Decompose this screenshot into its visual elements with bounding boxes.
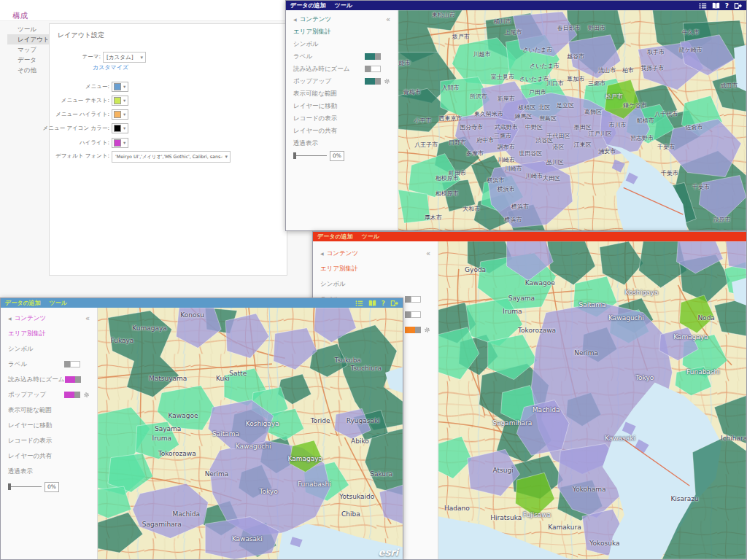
config-nav-others[interactable]: その他: [7, 65, 53, 75]
sidebar-item-label[interactable]: ポップアップ: [8, 391, 46, 400]
esri-attribution-logo: esri: [379, 547, 398, 558]
legend-list-icon[interactable]: [355, 300, 363, 307]
sidebar-item-label[interactable]: シンボル: [8, 345, 34, 354]
sidebar-item-label[interactable]: シンボル: [293, 40, 319, 49]
back-arrow-icon[interactable]: ◀: [320, 251, 324, 256]
sidebar-item-label[interactable]: レコードの表示: [293, 114, 337, 123]
menu-color-label: メニュー:: [85, 83, 109, 90]
sidebar-item: 読み込み時にズーム: [1, 372, 97, 387]
area-tally-link[interactable]: エリア別集計: [320, 265, 358, 273]
sidebar-item-label[interactable]: レコードの表示: [8, 437, 52, 446]
help-icon[interactable]: ?: [382, 300, 385, 307]
choropleth-map: [98, 308, 403, 559]
config-title: 構成: [12, 11, 28, 21]
menu-tools[interactable]: ツール: [362, 233, 379, 241]
collapse-panel-icon[interactable]: «: [426, 250, 430, 257]
toggle-switch[interactable]: [365, 66, 381, 72]
sidebar-item-label[interactable]: 読み込み時にズーム: [293, 65, 350, 74]
contents-link[interactable]: コンテンツ: [300, 15, 332, 24]
menu-text-color-swatch: [114, 97, 121, 104]
default-font-dropdown[interactable]: 'Meiryo UI','メイリオ','MS Gothic', Calibri,…: [112, 151, 231, 163]
sidebar-item-label[interactable]: レイヤーに移動: [293, 102, 337, 111]
menu-icon-color-picker[interactable]: ▾: [112, 123, 128, 133]
config-nav-layout[interactable]: レイアウト: [7, 34, 53, 44]
toggle-switch[interactable]: [64, 361, 80, 368]
sidebar-item-label[interactable]: レイヤーに移動: [8, 421, 52, 430]
menu-tools[interactable]: ツール: [50, 299, 67, 307]
contents-link[interactable]: コンテンツ: [15, 314, 47, 323]
sidebar-item-label[interactable]: レイヤーの共有: [293, 127, 337, 136]
collapse-panel-icon[interactable]: «: [85, 315, 90, 322]
sidebar-item: 透過表示: [1, 464, 97, 479]
sidebar-item-label[interactable]: 透過表示: [293, 139, 318, 148]
sidebar-item-label[interactable]: 表示可能な範囲: [8, 406, 52, 415]
gear-icon[interactable]: [83, 392, 90, 398]
sidebar-item-label[interactable]: シンボル: [320, 280, 346, 289]
sidebar-item: レコードの表示: [1, 433, 97, 448]
map-canvas[interactable]: 東松山市桶川市上尾市春日部市野田市牛久市坂戸市川越市さいたま市さいたま市さいたま…: [398, 10, 746, 230]
caret-down-icon: ▾: [123, 125, 125, 131]
menu-text-color-label: メニュー テキスト:: [61, 97, 109, 104]
sidebar-item: レイヤーの共有: [1, 448, 97, 464]
collapse-panel-icon[interactable]: «: [386, 16, 390, 23]
opacity-slider[interactable]: [8, 486, 42, 487]
gear-icon[interactable]: [424, 327, 430, 333]
config-nav: ツール レイアウト マップ データ その他: [7, 24, 53, 75]
toggle-switch[interactable]: [405, 311, 421, 318]
opacity-value: 0%: [330, 151, 344, 161]
back-arrow-icon[interactable]: ◀: [8, 316, 12, 321]
sidebar-item-label[interactable]: 透過表示: [8, 467, 33, 476]
area-tally-link[interactable]: エリア別集計: [8, 330, 46, 338]
menu-tools[interactable]: ツール: [335, 1, 352, 9]
toggle-switch[interactable]: [365, 78, 381, 85]
sidebar-item: ポップアップ: [1, 387, 97, 402]
map-canvas[interactable]: GyodaKawagoeSayamaIrumaKoshigayaSaitamaK…: [438, 241, 746, 559]
toggle-switch[interactable]: [64, 392, 80, 398]
config-nav-tools[interactable]: ツール: [7, 24, 53, 34]
menu-color-picker[interactable]: ▾: [112, 82, 128, 92]
caret-down-icon: ▾: [123, 140, 125, 146]
customize-link[interactable]: カスタマイズ: [93, 63, 128, 71]
caret-down-icon: ▾: [222, 154, 230, 160]
highlight-color-swatch: [114, 139, 121, 147]
menu-add-data[interactable]: データの追加: [290, 1, 326, 9]
sidebar-item-label[interactable]: ラベル: [8, 360, 27, 369]
toggle-switch[interactable]: [65, 376, 81, 383]
toggle-switch[interactable]: [405, 327, 421, 333]
back-arrow-icon[interactable]: ◀: [293, 17, 297, 22]
sign-out-icon[interactable]: [734, 2, 742, 9]
menu-add-data[interactable]: データの追加: [317, 233, 353, 241]
default-font-label: デフォルト フォント:: [55, 152, 109, 160]
contents-link[interactable]: コンテンツ: [327, 249, 359, 258]
menu-highlight-color-picker[interactable]: ▾: [112, 109, 128, 120]
opacity-slider[interactable]: [293, 155, 327, 156]
sidebar-item-label[interactable]: ラベル: [293, 52, 312, 61]
toggle-switch[interactable]: [365, 53, 381, 60]
layer-sidebar: ◀コンテンツ«エリア別集計シンボルラベル読み込み時にズームポップアップ表示可能な…: [286, 10, 398, 230]
highlight-color-picker[interactable]: ▾: [112, 138, 128, 148]
choropleth-map: [398, 10, 746, 230]
sidebar-item: 表示可能な範囲: [286, 88, 398, 100]
sidebar-item-label[interactable]: 表示可能な範囲: [293, 90, 337, 98]
sidebar-item-label[interactable]: レイヤーの共有: [8, 452, 52, 461]
config-nav-map[interactable]: マップ: [7, 44, 53, 55]
theme-dropdown[interactable]: [カスタム] ▾: [103, 52, 146, 63]
menu-text-color-picker[interactable]: ▾: [112, 96, 128, 106]
help-icon[interactable]: ?: [725, 2, 729, 9]
sign-out-icon[interactable]: [390, 300, 398, 307]
gear-icon[interactable]: [384, 78, 390, 85]
map-window-navy: データの追加 ツール ? ◀コンテンツ«エリア別集計シンボルラベル読み込み時にズ…: [285, 0, 747, 231]
sidebar-item-label[interactable]: 読み込み時にズーム: [8, 376, 65, 384]
menu-add-data[interactable]: データの追加: [5, 299, 41, 307]
map-canvas[interactable]: esri FukayaKumagayaKonosuMatsuyamaKukiSa…: [98, 308, 403, 559]
sidebar-item: シンボル: [286, 38, 398, 50]
legend-list-icon[interactable]: [699, 2, 707, 9]
config-nav-data[interactable]: データ: [7, 55, 53, 65]
basemap-book-icon[interactable]: [368, 300, 376, 307]
sidebar-item-label[interactable]: ポップアップ: [293, 77, 331, 86]
menu-icon-color-label: メニュー アイコン カラー:: [43, 125, 109, 132]
area-tally-link[interactable]: エリア別集計: [293, 28, 331, 36]
sidebar-item: レイヤーの共有: [286, 125, 398, 137]
toggle-switch[interactable]: [405, 296, 421, 303]
basemap-book-icon[interactable]: [712, 2, 720, 9]
